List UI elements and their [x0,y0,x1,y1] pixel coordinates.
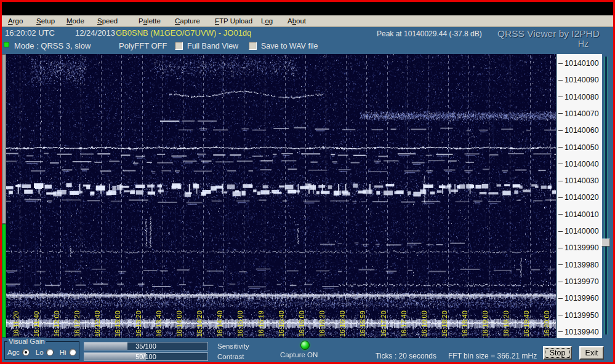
frequency-slider-track[interactable] [604,57,608,334]
date-display: 12/24/2013 [75,28,115,38]
time-label: 16:14:40 [216,311,223,337]
freq-label: 10140030 [558,176,599,185]
freq-tick [558,147,563,148]
freq-label: 10140020 [558,193,599,202]
freq-tick [558,197,563,198]
freq-tick [558,130,563,131]
freq-tick [558,181,563,181]
sensitivity-value: 35/100 [84,342,207,350]
waterfall-display[interactable] [6,54,556,338]
contrast-value: 50/100 [84,353,207,361]
time-label: 16:13:00 [114,311,121,337]
time-label: 16:16:00 [298,311,305,337]
time-label: 16:12:20 [73,311,81,337]
time-label: 16:12:40 [94,311,101,337]
mode-status: Mode : QRSS 3, slow [14,41,90,50]
time-label: 16:14:00 [175,311,183,337]
meter-elapsed [2,224,6,338]
freq-label: 10140060 [558,126,599,135]
time-label: 16:15:40 [278,311,285,337]
freq-label: 10140010 [558,210,599,219]
time-label: 16:11:20 [12,311,20,337]
freq-label: 10140090 [558,76,599,84]
freq-label: 10140080 [558,93,599,101]
freq-tick [558,80,563,81]
argo-window: ArgoSetupModeSpeedPaletteCaptureFTP Uplo… [0,0,615,364]
sensitivity-slider[interactable]: 35/100 [84,342,208,350]
time-label: 16:19:40 [523,311,530,337]
time-label: 16:18:40 [461,311,468,337]
freq-label: 10140000 [558,227,599,235]
freq-tick [558,315,563,315]
menu-item-argo[interactable]: Argo [6,17,25,25]
utc-time: 16:20:02 UTC [5,28,55,38]
freq-tick [558,113,563,114]
freq-tick [558,214,563,215]
menu-item-about[interactable]: About [286,17,308,25]
visual-gain-group: Visual Gain Agc Lo Hi [4,341,79,360]
freq-tick [558,164,563,164]
freq-label: 10140040 [558,160,599,168]
time-label: 16:20:00 [543,311,550,337]
frequency-slider-thumb[interactable] [601,239,610,247]
time-label: 16:18:00 [420,311,428,337]
menu-item-ftp-upload[interactable]: FTP Upload [213,17,254,25]
freq-tick [558,282,563,282]
menu-item-speed[interactable]: Speed [95,17,119,25]
capture-led-icon [300,341,310,350]
full-band-view-label: Full Band View [187,42,238,50]
freq-label: 10140050 [558,143,599,152]
time-label: 16:14:20 [196,311,203,337]
freq-label: 10139990 [558,243,599,252]
freq-label: 10139970 [558,277,599,286]
full-band-view-checkbox[interactable] [175,42,183,50]
time-label: 16:17:20 [380,311,387,337]
app-title: QRSS Viewer by I2PHD [497,28,600,39]
hi-label: Hi [60,349,66,356]
time-label: 16:15:19 [257,311,265,337]
freq-tick [558,248,563,248]
menu-item-mode[interactable]: Mode [65,17,86,25]
time-label: 16:16:40 [339,311,346,337]
title-bar[interactable] [2,2,613,15]
ticks-readout: Ticks : 20 seconds [376,352,436,360]
visual-gain-label: Visual Gain [7,338,46,345]
run-indicator [4,42,9,47]
hi-radio[interactable] [69,349,76,356]
time-label: 16:19:20 [502,311,510,337]
agc-radio[interactable] [22,349,30,356]
time-label: 16:16:59 [359,311,366,337]
capture-status: Capture ON [280,351,318,358]
exit-button[interactable]: Exit [579,346,604,360]
freq-tick [558,331,563,332]
control-bar: Visual Gain Agc Lo Hi 35/100 50/100 Sens… [2,338,613,362]
freq-tick [558,97,563,97]
time-label: 16:18:20 [441,311,448,337]
menu-item-log[interactable]: Log [259,17,275,25]
save-wav-label: Save to WAV file [261,42,318,50]
peak-readout: Peak at 10140029.44 (-37.8 dB) [377,30,482,38]
save-wav-checkbox[interactable] [249,42,257,50]
menu-item-setup[interactable]: Setup [34,17,57,25]
capture-progress-meter [2,54,6,338]
freq-unit-label: Hz [578,39,589,49]
lo-radio[interactable] [46,349,54,356]
sensitivity-label: Sensitivity [217,342,249,350]
menu-bar: ArgoSetupModeSpeedPaletteCaptureFTP Uplo… [2,15,613,27]
polyfft-status[interactable]: PolyFFT OFF [119,41,167,50]
lo-label: Lo [36,349,44,356]
freq-tick [558,231,563,232]
freq-tick [558,264,563,265]
stop-button[interactable]: Stop [543,346,572,360]
freq-label: 10139980 [558,261,599,269]
menu-item-palette[interactable]: Palette [137,17,163,25]
contrast-slider[interactable]: 50/100 [84,352,208,361]
time-label: 16:11:40 [33,311,40,337]
freq-label: 10139940 [558,328,599,336]
contrast-label: Contrast [217,353,244,360]
time-label: 16:16:20 [318,311,326,337]
agc-label: Agc [7,349,20,356]
menu-item-capture[interactable]: Capture [173,17,202,25]
time-label: 16:13:40 [155,311,163,337]
time-label: 16:19:00 [481,311,489,337]
